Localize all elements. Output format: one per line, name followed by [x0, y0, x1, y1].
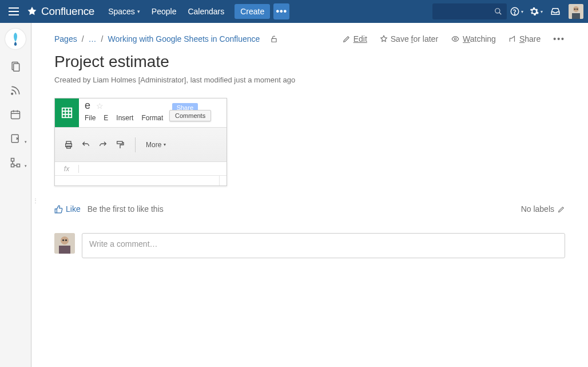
nav-links: Spaces▾ People Calendars Create •••: [102, 0, 289, 23]
comment-input[interactable]: Write a comment…: [82, 233, 565, 258]
brand-text: Confluence: [41, 5, 94, 18]
redo-icon[interactable]: [98, 140, 108, 149]
unrestricted-icon[interactable]: [270, 34, 278, 44]
embed-menu-format[interactable]: Format: [141, 114, 163, 122]
edit-labels-icon[interactable]: [558, 206, 565, 213]
blog-icon[interactable]: [9, 84, 22, 97]
svg-point-0: [495, 9, 500, 13]
like-button[interactable]: Like: [54, 204, 81, 214]
more-actions-button[interactable]: •••: [553, 34, 565, 44]
like-row: Like Be the first to like this No labels: [54, 204, 565, 214]
svg-point-2: [514, 14, 515, 14]
embed-header: e ☆ File E Insert Format Da Share Commen…: [55, 98, 227, 127]
embed-comments-tooltip: Comments: [169, 110, 211, 121]
svg-point-24: [61, 236, 69, 244]
svg-point-5: [574, 9, 575, 10]
svg-rect-27: [59, 246, 70, 254]
svg-point-4: [573, 6, 579, 12]
eye-icon: [451, 35, 460, 43]
svg-rect-16: [272, 38, 276, 42]
shortcuts-icon[interactable]: ▾: [9, 132, 22, 145]
app-switcher-icon[interactable]: [5, 2, 23, 21]
embed-menu-file[interactable]: File: [85, 114, 96, 122]
svg-rect-14: [11, 164, 14, 167]
svg-point-10: [11, 93, 13, 95]
inbox-icon[interactable]: [546, 0, 565, 23]
embed-more-button[interactable]: More ▾: [146, 141, 166, 149]
calendar-icon[interactable]: [9, 108, 22, 121]
print-icon[interactable]: [64, 140, 73, 149]
svg-rect-7: [572, 13, 580, 19]
space-avatar[interactable]: [5, 29, 26, 49]
embed-menu-insert[interactable]: Insert: [116, 114, 133, 122]
share-button[interactable]: Share: [508, 34, 541, 44]
create-more-button[interactable]: •••: [273, 3, 289, 19]
breadcrumbs: Pages / … / Working with Google Sheets i…: [54, 34, 260, 44]
edit-button[interactable]: Edit: [343, 34, 367, 44]
svg-rect-15: [17, 164, 20, 167]
google-sheets-icon: [55, 98, 79, 127]
page-actions: Edit Save for later Watching Share •••: [343, 34, 565, 44]
pages-icon[interactable]: [9, 60, 22, 73]
comment-row: Write a comment…: [54, 233, 565, 258]
embed-toolbar: More ▾: [55, 127, 227, 161]
thumbs-up-icon: [54, 205, 63, 214]
like-status-text: Be the first to like this: [88, 204, 164, 214]
paint-format-icon[interactable]: [116, 140, 125, 149]
search-input[interactable]: [432, 3, 507, 19]
svg-rect-9: [14, 64, 19, 71]
svg-rect-13: [11, 159, 14, 161]
fx-label: fx: [55, 165, 79, 173]
pencil-icon: [343, 35, 351, 43]
google-sheet-embed[interactable]: e ☆ File E Insert Format Da Share Commen…: [54, 98, 227, 186]
nav-people[interactable]: People: [146, 0, 182, 23]
nav-spaces[interactable]: Spaces▾: [102, 0, 146, 23]
page-byline: Created by Liam Holmes [Administrator], …: [54, 76, 565, 84]
confluence-logo[interactable]: Confluence: [26, 5, 94, 18]
star-icon: [380, 35, 388, 43]
profile-avatar[interactable]: [569, 4, 583, 19]
svg-rect-11: [11, 111, 20, 119]
left-sidebar: ▾ ▾: [0, 23, 31, 367]
no-labels-text: No labels: [521, 204, 554, 214]
breadcrumb-row: Pages / … / Working with Google Sheets i…: [54, 34, 565, 44]
share-icon: [508, 35, 517, 43]
help-icon[interactable]: ▾: [507, 0, 526, 23]
breadcrumb-parent[interactable]: Working with Google Sheets in Confluence: [108, 34, 260, 44]
search-icon: [494, 7, 502, 15]
create-button[interactable]: Create: [235, 4, 270, 19]
embed-doc-name: e: [85, 100, 90, 112]
undo-icon[interactable]: [81, 140, 90, 149]
page-title: Project estimate: [54, 53, 565, 71]
embed-menu-e[interactable]: E: [104, 114, 108, 122]
top-navbar: Confluence Spaces▾ People Calendars Crea…: [0, 0, 588, 23]
comment-placeholder: Write a comment…: [89, 239, 158, 248]
svg-point-17: [454, 38, 456, 40]
svg-point-26: [65, 239, 67, 241]
svg-rect-18: [62, 108, 72, 118]
breadcrumb-pages[interactable]: Pages: [54, 34, 77, 44]
settings-gear-icon[interactable]: ▾: [526, 0, 546, 23]
svg-point-25: [62, 239, 64, 241]
nav-calendars[interactable]: Calendars: [182, 0, 230, 23]
star-outline-icon[interactable]: ☆: [96, 101, 104, 111]
page-tree-icon[interactable]: ▾: [9, 156, 22, 169]
formula-bar[interactable]: fx: [55, 161, 227, 175]
labels-area: No labels: [521, 204, 565, 214]
save-for-later-button[interactable]: Save for later: [380, 34, 438, 44]
commenter-avatar[interactable]: [54, 233, 75, 254]
sidebar-drag-handle[interactable]: ⋮: [31, 195, 39, 206]
svg-point-6: [577, 9, 578, 10]
breadcrumb-ellipsis[interactable]: …: [89, 34, 97, 44]
watching-button[interactable]: Watching: [451, 34, 496, 44]
main-content: ⋮ Pages / … / Working with Google Sheets…: [31, 23, 588, 367]
svg-rect-22: [117, 141, 122, 144]
sheet-cells[interactable]: [55, 175, 227, 186]
